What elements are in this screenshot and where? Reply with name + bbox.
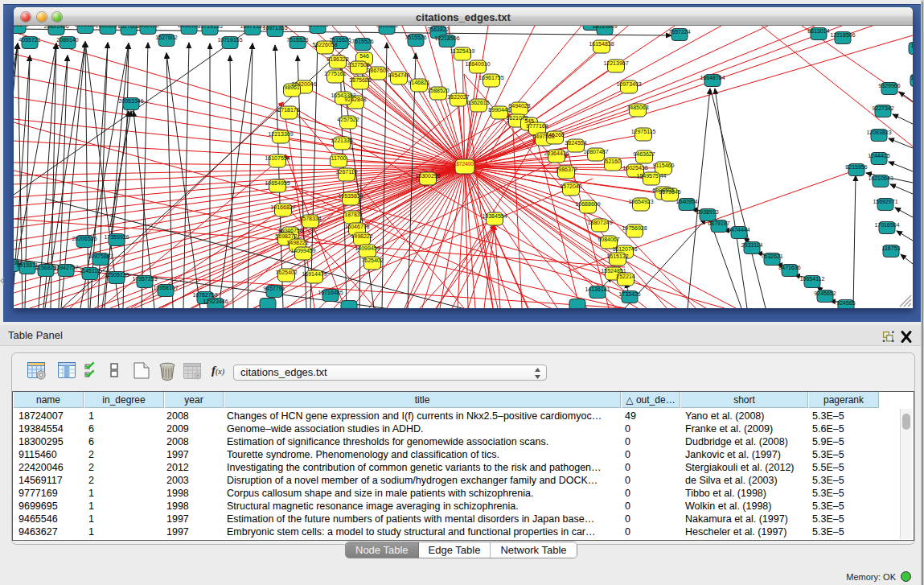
svg-text:19384554: 19384554	[482, 213, 507, 219]
svg-text:16120746: 16120746	[612, 246, 637, 252]
svg-text:9146821: 9146821	[408, 80, 429, 85]
svg-text:7515526: 7515526	[376, 26, 397, 28]
svg-text:5698272: 5698272	[275, 233, 297, 239]
svg-text:19756928: 19756928	[622, 225, 647, 231]
svg-text:12505135: 12505135	[104, 272, 129, 278]
svg-text:9457791: 9457791	[263, 286, 285, 291]
svg-text:12093823: 12093823	[866, 130, 891, 135]
svg-text:13254: 13254	[910, 75, 913, 80]
svg-text:2089140: 2089140	[56, 37, 78, 43]
svg-text:19166827: 19166827	[270, 204, 295, 210]
svg-text:1572040: 1572040	[560, 183, 581, 189]
svg-text:11325419: 11325419	[450, 48, 475, 54]
svg-text:6494028: 6494028	[508, 103, 530, 109]
svg-text:8990448: 8990448	[488, 107, 510, 113]
svg-text:19654955: 19654955	[265, 180, 290, 186]
svg-text:12923446: 12923446	[203, 299, 228, 304]
svg-text:18807249: 18807249	[587, 220, 612, 225]
svg-text:8466160: 8466160	[137, 26, 158, 28]
svg-text:13942757: 13942757	[53, 265, 78, 270]
svg-text:1244415: 1244415	[868, 153, 889, 159]
svg-text:10025438: 10025438	[622, 165, 647, 171]
svg-text:8578334: 8578334	[299, 216, 321, 221]
svg-text:924565: 924565	[836, 300, 855, 306]
svg-text:546: 546	[359, 53, 369, 59]
svg-text:2933114: 2933114	[741, 242, 763, 248]
svg-text:12218506: 12218506	[434, 35, 459, 41]
svg-text:7563822: 7563822	[427, 27, 449, 32]
svg-text:20364436: 20364436	[544, 150, 569, 156]
svg-text:1112: 1112	[911, 43, 913, 48]
svg-text:10654112: 10654112	[800, 276, 825, 282]
svg-text:16971355: 16971355	[262, 26, 287, 31]
svg-text:7485063: 7485063	[626, 105, 648, 110]
svg-text:19654923: 19654923	[628, 199, 653, 204]
svg-text:18724007: 18724007	[454, 161, 477, 167]
svg-text:8813014: 8813014	[807, 28, 829, 34]
svg-text:8938913: 8938913	[696, 209, 718, 215]
svg-text:11700: 11700	[331, 155, 347, 161]
svg-text:4257522: 4257522	[337, 117, 359, 122]
svg-text:16971355: 16971355	[240, 26, 265, 29]
svg-text:9679645: 9679645	[659, 189, 680, 195]
svg-text:15692971: 15692971	[873, 199, 897, 204]
svg-text:7857224: 7857224	[668, 29, 690, 35]
svg-text:16648784: 16648784	[700, 75, 725, 80]
svg-text:1221335: 1221335	[331, 138, 352, 143]
svg-text:1905572: 1905572	[14, 26, 29, 27]
svg-text:3267110: 3267110	[336, 169, 358, 175]
svg-text:15716485: 15716485	[318, 290, 343, 295]
svg-text:116753: 116753	[882, 245, 901, 251]
svg-text:10653287: 10653287	[95, 26, 120, 28]
svg-text:8454749: 8454749	[388, 72, 409, 78]
svg-text:3824554: 3824554	[565, 140, 586, 146]
svg-text:12213967: 12213967	[603, 60, 628, 66]
svg-text:14099459: 14099459	[355, 245, 380, 251]
svg-text:3875685: 3875685	[349, 77, 371, 83]
svg-text:7515526: 7515526	[286, 37, 308, 43]
svg-text:9777169: 9777169	[526, 123, 548, 129]
svg-text:20891406: 20891406	[43, 26, 68, 29]
svg-text:(x): (x)	[216, 367, 225, 377]
svg-text:62160: 62160	[605, 159, 621, 164]
svg-text:10719155: 10719155	[197, 26, 222, 29]
svg-text:1362615: 1362615	[467, 100, 489, 105]
svg-text:30975867: 30975867	[88, 253, 113, 259]
svg-text:19535834: 19535834	[338, 193, 363, 199]
svg-text:9474444: 9474444	[728, 227, 749, 233]
svg-text:6879197: 6879197	[708, 220, 729, 226]
svg-text:9327508: 9327508	[347, 62, 369, 68]
svg-text:18640910: 18640910	[465, 61, 490, 67]
svg-text:16543382: 16543382	[331, 93, 355, 98]
svg-text:17016504: 17016504	[874, 222, 899, 228]
svg-text:1527602: 1527602	[155, 35, 177, 40]
svg-text:7515526: 7515526	[306, 26, 328, 27]
svg-text:16210643: 16210643	[868, 175, 893, 181]
svg-text:1145112: 1145112	[80, 268, 101, 274]
svg-text:7625402: 7625402	[361, 257, 383, 263]
svg-text:10719155: 10719155	[217, 37, 242, 43]
svg-text:16961755: 16961755	[478, 75, 503, 80]
svg-text:18300295: 18300295	[415, 173, 440, 179]
svg-text:1733426: 1733426	[618, 291, 640, 297]
svg-text:2775161: 2775161	[324, 71, 346, 76]
svg-text:16046778: 16046778	[344, 224, 369, 229]
svg-text:16046756: 16046756	[277, 228, 302, 233]
svg-text:8215956: 8215956	[845, 164, 867, 170]
svg-text:15524851: 15524851	[601, 268, 626, 274]
svg-text:98961: 98961	[284, 84, 300, 90]
svg-text:3822037: 3822037	[447, 94, 469, 100]
svg-text:1615132: 1615132	[606, 253, 628, 259]
svg-text:2718176: 2718176	[277, 107, 299, 113]
svg-text:16914479: 16914479	[302, 271, 326, 277]
svg-text:12218506: 12218506	[830, 32, 855, 38]
svg-text:53226058: 53226058	[312, 42, 337, 47]
svg-text:17957253: 17957253	[132, 276, 157, 282]
svg-text:8186328: 8186328	[326, 56, 348, 62]
svg-text:14136141: 14136141	[585, 286, 610, 292]
svg-text:1498222: 1498222	[351, 233, 372, 239]
svg-text:18783: 18783	[344, 212, 360, 217]
svg-text:9463627: 9463627	[633, 151, 655, 157]
svg-text:16782759: 16782759	[192, 292, 217, 298]
svg-text:12975115: 12975115	[631, 129, 656, 134]
